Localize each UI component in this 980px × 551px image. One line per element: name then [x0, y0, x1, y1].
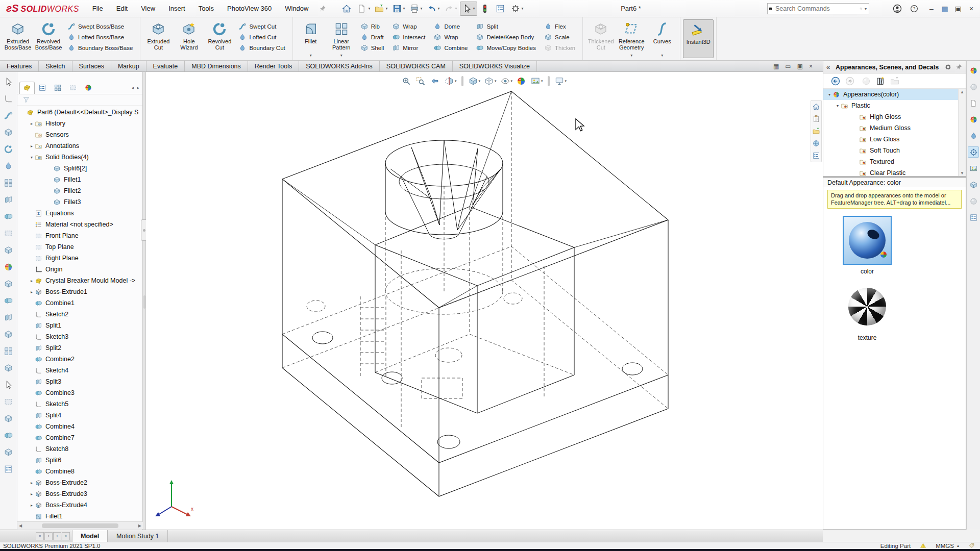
left-toolbar-icon[interactable]	[4, 262, 13, 272]
left-toolbar-icon[interactable]	[4, 94, 13, 104]
redo-icon[interactable]: ▾	[443, 2, 459, 15]
curves-button[interactable]: Curves ▾	[647, 19, 677, 58]
left-toolbar-icon[interactable]	[4, 77, 13, 87]
tree-item[interactable]: Split6[2]	[17, 163, 142, 174]
document-window-button[interactable]: ▣	[797, 63, 803, 70]
tree-item[interactable]: Split6	[17, 455, 142, 466]
tree-item[interactable]: Sketch3	[17, 331, 142, 342]
menu-item[interactable]: Window	[279, 2, 314, 15]
tree-item[interactable]: Combine3	[17, 387, 142, 398]
expander-icon[interactable]: ▸	[29, 144, 35, 148]
left-toolbar-icon[interactable]	[4, 229, 13, 238]
tree-item[interactable]: Origin	[17, 264, 142, 275]
ribbon-button[interactable]: Lofted Boss/Base	[66, 32, 134, 42]
expander-icon[interactable]: ▸	[29, 481, 35, 485]
ribbon-button[interactable]: Scale	[543, 32, 577, 42]
left-toolbar-icon[interactable]	[4, 313, 13, 322]
tree-item[interactable]: Sensors	[17, 129, 142, 140]
apply-scene-icon[interactable]: ▾	[529, 75, 544, 87]
left-toolbar-icon[interactable]	[4, 464, 13, 474]
expander-icon[interactable]: ▾	[826, 92, 832, 97]
tree-item[interactable]: ▸ Boss-Extrude1	[17, 286, 142, 297]
search-input[interactable]	[773, 5, 860, 12]
left-toolbar-icon[interactable]	[4, 279, 13, 289]
graphics-viewport[interactable]: ▾ ▾ ▾ ▾ ▾	[146, 72, 823, 530]
tree-item[interactable]: Combine2	[17, 354, 142, 365]
tree-item[interactable]: Split1	[17, 320, 142, 331]
resources-home-icon[interactable]	[812, 103, 820, 111]
appearance-scrollbar[interactable]: ▲▼	[958, 89, 966, 177]
tree-item[interactable]: Split2	[17, 342, 142, 354]
edit-texture-icon[interactable]	[968, 130, 979, 141]
ribbon-button[interactable]: Wrap	[390, 21, 427, 32]
ribbon-button[interactable]: Split	[474, 21, 537, 32]
document-window-button[interactable]: ▭	[785, 63, 791, 70]
tree-item[interactable]: Combine8	[17, 466, 142, 477]
hide-show-items-icon[interactable]: ▾	[499, 75, 514, 87]
command-tab[interactable]: Markup	[111, 61, 146, 71]
options-icon[interactable]: ▾	[509, 2, 525, 15]
linear-pattern-button[interactable]: Linear Pattern ▾	[326, 19, 357, 58]
edit-appearance-icon[interactable]	[861, 76, 865, 86]
help-icon[interactable]	[910, 4, 919, 13]
tree-item[interactable]: Sketch5	[17, 398, 142, 410]
left-toolbar-icon[interactable]	[4, 161, 13, 171]
ribbon-button[interactable]: Rib	[359, 21, 386, 32]
tree-item[interactable]: Split4	[17, 410, 142, 421]
window-button[interactable]: –	[926, 5, 937, 13]
zoom-fit-icon[interactable]	[400, 75, 413, 87]
command-tab[interactable]: MBD Dimensions	[185, 61, 248, 71]
expander-icon[interactable]: ▸	[29, 503, 35, 508]
left-toolbar-icon[interactable]	[4, 296, 13, 306]
tab-nav-button[interactable]: ›	[53, 532, 61, 540]
menu-item[interactable]: Insert	[162, 2, 191, 15]
window-button[interactable]: ▣	[952, 5, 964, 13]
tab-nav-button[interactable]: »	[62, 532, 70, 540]
home-icon[interactable]	[340, 2, 354, 15]
save-icon[interactable]: ▾	[390, 2, 407, 15]
left-toolbar-icon[interactable]	[4, 212, 13, 221]
appearance-thumbnail-texture[interactable]: texture	[841, 282, 894, 341]
featuremanager-tab[interactable]	[19, 82, 35, 94]
ribbon-button[interactable]: Shell	[359, 42, 386, 53]
menu-item[interactable]: PhotoView 360	[221, 2, 278, 15]
tree-item[interactable]: Part6 (Default<<Default>_Display S	[17, 107, 142, 118]
new-document-icon[interactable]: ▾	[355, 2, 372, 15]
extruded-boss-base-button[interactable]: Extruded Boss/Base	[3, 19, 33, 58]
appearance-tree-item[interactable]: High Gloss	[823, 111, 966, 122]
tree-item[interactable]: Top Plane	[17, 241, 142, 253]
expander-icon[interactable]: ▾	[29, 155, 35, 160]
document-window-button[interactable]: ▦	[773, 63, 779, 70]
left-toolbar-icon[interactable]	[4, 380, 13, 390]
appearance-tree-item[interactable]: Medium Gloss	[823, 122, 966, 134]
tree-item[interactable]: Combine4	[17, 421, 142, 432]
view-settings-icon[interactable]: ▾	[553, 75, 568, 87]
thickened-cut-button[interactable]: Thickened Cut	[585, 19, 616, 58]
study-tab[interactable]: Motion Study 1	[108, 530, 167, 542]
left-toolbar-icon[interactable]	[4, 178, 13, 188]
left-toolbar-icon[interactable]	[4, 397, 13, 407]
tree-item[interactable]: Sketch2	[17, 309, 142, 320]
menu-item[interactable]: File	[86, 2, 109, 15]
tree-item[interactable]: Sketch4	[17, 365, 142, 376]
print-icon[interactable]: ▾	[408, 2, 424, 15]
extruded-cut-button[interactable]: Extruded Cut	[143, 19, 174, 58]
tree-item[interactable]: ▸ Boss-Extrude4	[17, 499, 142, 511]
menu-item[interactable]: Edit	[110, 2, 134, 15]
tree-item[interactable]: Combine7	[17, 432, 142, 443]
view-tool[interactable]	[548, 76, 550, 86]
ribbon-button[interactable]: Lofted Cut	[237, 32, 286, 42]
edit-color-icon[interactable]	[968, 114, 979, 125]
instant3d-button[interactable]: Instant3D	[683, 19, 714, 58]
tree-item[interactable]: Fillet3	[17, 196, 142, 208]
menu-item[interactable]: View	[135, 2, 161, 15]
tree-item[interactable]: Equations	[17, 208, 142, 219]
tree-item[interactable]: Sketch8	[17, 443, 142, 455]
tag-icon[interactable]	[968, 542, 975, 549]
expander-icon[interactable]: ▸	[29, 290, 35, 294]
gear-icon[interactable]	[944, 63, 952, 71]
pin-icon[interactable]	[955, 63, 963, 71]
view-tool[interactable]	[461, 76, 463, 86]
hole-wizard-button[interactable]: Hole Wizard	[174, 19, 204, 58]
zoom-area-icon[interactable]	[414, 75, 427, 87]
